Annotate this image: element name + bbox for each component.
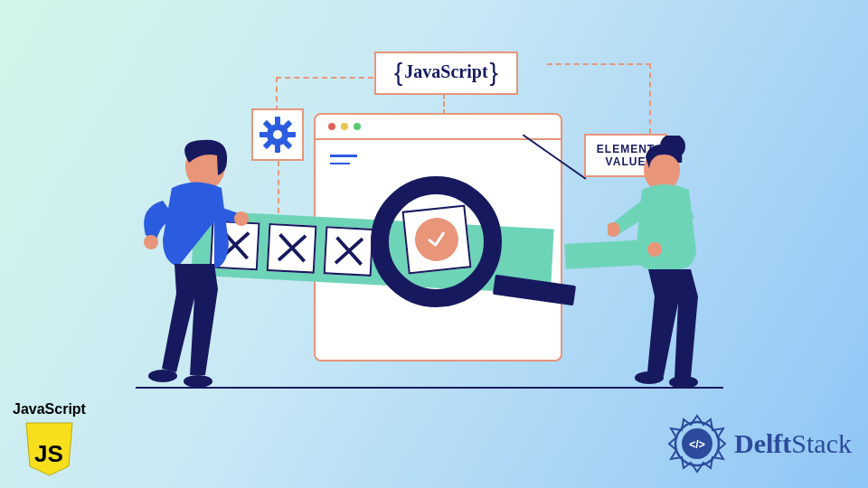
array-cell-x (324, 226, 374, 277)
delftstack-icon: </> (667, 414, 727, 474)
svg-point-19 (669, 376, 698, 389)
array-cell-x (267, 222, 317, 273)
window-dot-yellow (341, 123, 348, 130)
svg-text:JS: JS (34, 440, 63, 467)
dashed-connector (276, 77, 278, 111)
javascript-badge: {JavaScript} (374, 52, 518, 95)
svg-point-13 (184, 375, 212, 388)
svg-rect-1 (275, 117, 280, 125)
svg-rect-3 (259, 132, 268, 137)
brace-open: { (394, 58, 402, 86)
gear-box (251, 108, 304, 161)
svg-point-18 (647, 242, 662, 257)
cross-icon (331, 233, 367, 269)
cross-icon (274, 230, 310, 266)
brace-close: } (490, 58, 498, 86)
person-right (608, 136, 734, 389)
dashed-connector (547, 63, 651, 65)
svg-point-12 (144, 235, 158, 249)
dashed-connector (276, 77, 373, 79)
delft-suffix: Stack (791, 428, 852, 458)
magnifying-glass-lens (371, 176, 502, 307)
gear-icon (259, 117, 296, 153)
illustration-canvas: ELEMENT VALUE {JavaScript} (0, 0, 868, 488)
hamburger-line (330, 155, 357, 157)
hamburger-line (330, 163, 350, 165)
svg-point-14 (148, 370, 177, 382)
dashed-connector (649, 63, 651, 134)
javascript-label: JavaScript (13, 401, 86, 418)
delftstack-logo: </> DelftStack (667, 414, 852, 474)
delft-prefix: Delft (734, 428, 791, 458)
javascript-text: JavaScript (404, 61, 487, 81)
dashed-connector (278, 161, 279, 222)
svg-text:</>: </> (689, 438, 704, 451)
delftstack-text: DelftStack (734, 428, 852, 459)
window-dot-green (354, 123, 361, 130)
svg-rect-2 (275, 145, 280, 153)
javascript-corner-logo: JavaScript JS (13, 401, 86, 477)
svg-rect-4 (288, 132, 296, 137)
svg-point-20 (635, 371, 664, 384)
svg-point-11 (234, 211, 249, 226)
svg-point-9 (273, 130, 282, 139)
person-left (131, 136, 258, 389)
window-dot-red (328, 123, 335, 130)
javascript-shield-icon: JS (24, 421, 74, 477)
